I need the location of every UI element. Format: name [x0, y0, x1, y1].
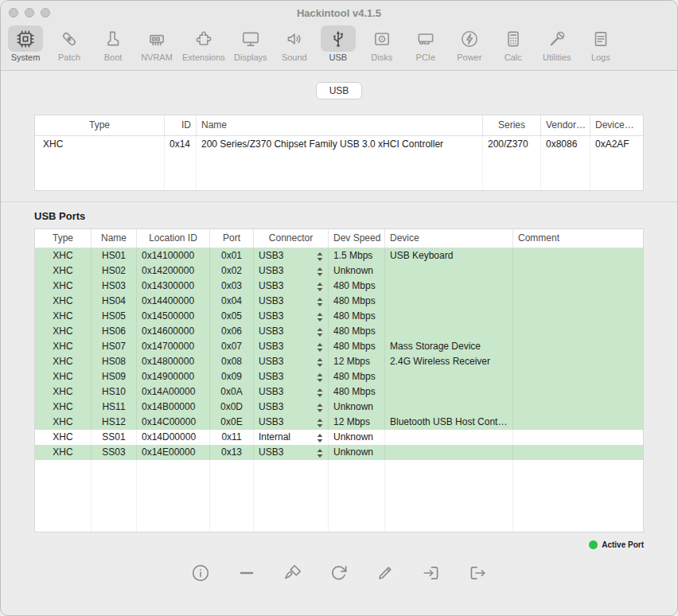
- usb-controllers-table: Type ID Name Series Vendor… Device… XHC0…: [34, 115, 644, 191]
- toolbar-item-displays[interactable]: Displays: [232, 25, 269, 62]
- port-row[interactable]: XHCHS100x14A000000x0AUSB3480 Mbps: [35, 384, 643, 400]
- calculator-icon: [496, 25, 531, 52]
- connector-select[interactable]: USB3: [254, 309, 329, 324]
- column-header-name[interactable]: Name: [197, 115, 483, 135]
- hackintool-window: Hackintool v4.1.5 System: [0, 0, 678, 616]
- display-icon: [233, 25, 268, 52]
- toolbar-item-power[interactable]: Power: [451, 25, 488, 62]
- column-header-type[interactable]: Type: [35, 229, 92, 248]
- main-toolbar: System Patch Boot: [1, 25, 677, 70]
- controller-table-body: XHC0x14200 Series/Z370 Chipset Family US…: [35, 136, 643, 152]
- close-button[interactable]: [9, 8, 18, 18]
- toolbar-item-sound[interactable]: Sound: [276, 25, 313, 62]
- connector-select[interactable]: USB3: [254, 339, 329, 354]
- controller-row[interactable]: XHC0x14200 Series/Z370 Chipset Family US…: [35, 136, 643, 152]
- port-row[interactable]: XHCHS060x146000000x06USB3480 Mbps: [35, 324, 643, 339]
- bottom-toolbar: [1, 562, 677, 584]
- remove-button[interactable]: [236, 562, 258, 584]
- connector-select[interactable]: USB3: [254, 415, 329, 430]
- clean-button[interactable]: [282, 562, 304, 584]
- toolbar-item-label: Sound: [282, 53, 307, 62]
- toolbar-item-nvram[interactable]: NVRAM: [138, 25, 175, 62]
- popup-arrows-icon: [317, 327, 323, 337]
- connector-select[interactable]: USB3: [254, 445, 329, 460]
- column-header-port[interactable]: Port: [210, 229, 254, 248]
- toolbar-item-label: Logs: [591, 53, 610, 62]
- toolbar-item-disks[interactable]: Disks: [364, 25, 400, 62]
- wrench-icon: [540, 25, 575, 52]
- column-header-device[interactable]: Device: [385, 229, 513, 248]
- port-row[interactable]: XHCHS010x141000000x01USB31.5 MbpsUSB Key…: [35, 248, 643, 263]
- port-row[interactable]: XHCSS010x14D000000x11InternalUnknown: [35, 430, 643, 445]
- popup-arrows-icon: [317, 433, 323, 443]
- toolbar-item-logs[interactable]: Logs: [583, 25, 619, 62]
- toolbar-item-label: Boot: [104, 53, 123, 62]
- popup-arrows-icon: [317, 372, 323, 383]
- port-row[interactable]: XHCHS070x147000000x07USB3480 MbpsMass St…: [35, 339, 643, 354]
- toolbar-item-label: Calc: [505, 53, 522, 62]
- connector-select[interactable]: USB3: [254, 354, 329, 369]
- toolbar-item-extensions[interactable]: Extensions: [182, 25, 225, 62]
- ports-table-header: Type Name Location ID Port Connector Dev…: [35, 229, 643, 248]
- port-row[interactable]: XHCHS090x149000000x09USB3480 Mbps: [35, 369, 643, 384]
- connector-select[interactable]: USB3: [254, 369, 329, 384]
- port-row[interactable]: XHCHS020x142000000x02USB3Unknown: [35, 263, 643, 279]
- disk-icon: [364, 25, 399, 52]
- minimize-button[interactable]: [25, 8, 34, 18]
- column-header-device[interactable]: Device…: [590, 115, 643, 135]
- port-row[interactable]: XHCSS030x14E000000x13USB3Unknown: [35, 445, 643, 460]
- connector-select[interactable]: USB3: [254, 294, 329, 309]
- ports-table-empty-area: [35, 460, 643, 532]
- column-header-id[interactable]: ID: [165, 115, 197, 135]
- connector-select[interactable]: USB3: [254, 263, 329, 279]
- port-row[interactable]: XHCHS120x14C000000x0EUSB312 MbpsBluetoot…: [35, 415, 643, 430]
- connector-select[interactable]: USB3: [254, 400, 329, 415]
- section-divider: [1, 201, 677, 202]
- controller-table-header: Type ID Name Series Vendor… Device…: [35, 115, 643, 136]
- extensions-icon: [186, 25, 221, 52]
- column-header-series[interactable]: Series: [483, 115, 541, 135]
- column-header-comment[interactable]: Comment: [513, 229, 643, 248]
- patch-icon: [52, 25, 87, 52]
- refresh-button[interactable]: [328, 562, 350, 584]
- import-button[interactable]: [420, 562, 442, 584]
- usb-ports-title: USB Ports: [34, 210, 677, 222]
- speaker-icon: [277, 25, 312, 52]
- toolbar-item-label: System: [11, 53, 41, 62]
- port-row[interactable]: XHCHS110x14B000000x0DUSB3Unknown: [35, 400, 643, 415]
- popup-arrows-icon: [317, 418, 323, 428]
- port-row[interactable]: XHCHS040x144000000x04USB3480 Mbps: [35, 294, 643, 309]
- chip-icon: [8, 25, 43, 52]
- popup-arrows-icon: [317, 357, 323, 368]
- info-button[interactable]: [189, 562, 212, 584]
- toolbar-item-label: Patch: [58, 53, 80, 62]
- connector-select[interactable]: USB3: [254, 384, 329, 400]
- toolbar-item-system[interactable]: System: [7, 25, 44, 62]
- connector-select[interactable]: Internal: [254, 430, 329, 445]
- toolbar-item-calc[interactable]: Calc: [495, 25, 532, 62]
- column-header-vendor[interactable]: Vendor…: [541, 115, 590, 135]
- connector-select[interactable]: USB3: [254, 324, 329, 339]
- toolbar-item-utilities[interactable]: Utilities: [539, 25, 575, 62]
- toolbar-item-boot[interactable]: Boot: [95, 25, 131, 62]
- toolbar-item-label: Utilities: [543, 53, 571, 62]
- toolbar-item-patch[interactable]: Patch: [51, 25, 88, 62]
- port-row[interactable]: XHCHS050x145000000x05USB3480 Mbps: [35, 309, 643, 324]
- column-header-name[interactable]: Name: [92, 229, 137, 248]
- column-header-type[interactable]: Type: [35, 115, 165, 135]
- toolbar-item-pcie[interactable]: PCIe: [407, 25, 444, 62]
- column-header-connector[interactable]: Connector: [254, 229, 329, 248]
- connector-select[interactable]: USB3: [254, 248, 329, 263]
- zoom-button[interactable]: [41, 8, 50, 18]
- usb-ports-table: Type Name Location ID Port Connector Dev…: [34, 228, 644, 532]
- column-header-dev-speed[interactable]: Dev Speed: [329, 229, 385, 248]
- edit-button[interactable]: [374, 562, 396, 584]
- export-button[interactable]: [466, 562, 489, 584]
- toolbar-item-usb[interactable]: USB: [320, 25, 357, 62]
- port-row[interactable]: XHCHS030x143000000x03USB3480 Mbps: [35, 279, 643, 294]
- window-title: Hackintool v4.1.5: [297, 7, 381, 19]
- column-header-location-id[interactable]: Location ID: [137, 229, 210, 248]
- tab-usb[interactable]: USB: [316, 82, 362, 99]
- port-row[interactable]: XHCHS080x148000000x08USB312 Mbps2.4G Wir…: [35, 354, 643, 369]
- connector-select[interactable]: USB3: [254, 279, 329, 294]
